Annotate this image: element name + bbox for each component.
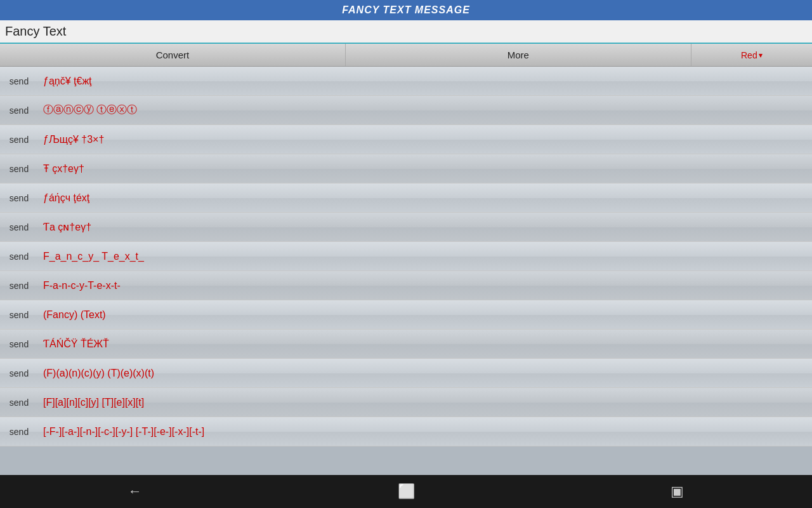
- send-button[interactable]: send: [0, 132, 38, 147]
- app-title: FANCY TEXT MESSAGE: [342, 4, 470, 16]
- table-row: send(Fancy) (Text): [0, 300, 812, 330]
- send-button[interactable]: send: [0, 103, 38, 118]
- result-text: ƒąņč¥ ţ€жţ: [38, 73, 812, 90]
- input-area: [0, 20, 812, 44]
- result-text: [F][a][n][c][y] [T][e][x][t]: [38, 394, 812, 411]
- result-text: Ƭa çɴ†eγ†: [38, 218, 812, 236]
- send-button[interactable]: send: [0, 220, 38, 235]
- title-bar: FANCY TEXT MESSAGE: [0, 0, 812, 20]
- text-input[interactable]: [5, 24, 807, 39]
- recent-button[interactable]: ▣: [658, 478, 697, 505]
- send-button[interactable]: send: [0, 190, 38, 206]
- send-button[interactable]: send: [0, 249, 38, 264]
- result-text: (Fancy) (Text): [38, 307, 812, 323]
- result-text: Ŧ çx†eγ†: [38, 161, 812, 177]
- send-button[interactable]: send: [0, 161, 38, 177]
- table-row: sendƒąņč¥ ţ€жţ: [0, 67, 812, 96]
- more-button[interactable]: More: [346, 44, 691, 66]
- result-text: F_a_n_c_y_ T_e_x_t_: [38, 248, 812, 265]
- send-button[interactable]: send: [0, 395, 38, 410]
- send-button[interactable]: send: [0, 337, 38, 352]
- table-row: sendƬÁŃČŸ ŤÉЖŤ: [0, 330, 812, 359]
- back-button[interactable]: ←: [115, 478, 155, 505]
- result-text: [-F-][-a-][-n-][-c-][-y-] [-T-][-e-][-x-…: [38, 424, 812, 440]
- send-button[interactable]: send: [0, 278, 38, 293]
- toolbar: Convert More Red: [0, 44, 812, 67]
- result-text: ƒáήçч ţéхţ: [38, 190, 812, 206]
- results-list: sendƒąņč¥ ţ€жţsendⓕⓐⓝⓒⓨ ⓣⓔⓧⓣsendƒЉщç¥ †3…: [0, 67, 812, 475]
- send-button[interactable]: send: [0, 307, 38, 323]
- table-row: send(F)(a)(n)(c)(y) (T)(e)(x)(t): [0, 359, 812, 388]
- table-row: sendƒáήçч ţéхţ: [0, 184, 812, 213]
- table-row: sendƬa çɴ†eγ†: [0, 213, 812, 242]
- send-button[interactable]: send: [0, 424, 38, 439]
- send-button[interactable]: send: [0, 366, 38, 381]
- result-text: F-a-n-c-y-T-e-x-t-: [38, 277, 812, 294]
- table-row: send[F][a][n][c][y] [T][e][x][t]: [0, 388, 812, 417]
- table-row: sendƒЉщç¥ †3×†: [0, 125, 812, 154]
- convert-button[interactable]: Convert: [0, 44, 346, 66]
- home-button[interactable]: ⬜: [385, 478, 428, 505]
- send-button[interactable]: send: [0, 74, 38, 89]
- table-row: sendF_a_n_c_y_ T_e_x_t_: [0, 242, 812, 271]
- bottom-nav: ← ⬜ ▣: [0, 475, 812, 508]
- result-text: ƬÁŃČŸ ŤÉЖŤ: [38, 335, 812, 352]
- table-row: send[-F-][-a-][-n-][-c-][-y-] [-T-][-e-]…: [0, 417, 812, 446]
- table-row: sendⓕⓐⓝⓒⓨ ⓣⓔⓧⓣ: [0, 96, 812, 125]
- result-text: ƒЉщç¥ †3×†: [38, 131, 812, 148]
- red-button[interactable]: Red: [691, 44, 812, 66]
- table-row: sendŦ çx†eγ†: [0, 154, 812, 184]
- table-row: sendF-a-n-c-y-T-e-x-t-: [0, 271, 812, 300]
- result-text: (F)(a)(n)(c)(y) (T)(e)(x)(t): [38, 365, 812, 382]
- result-text: ⓕⓐⓝⓒⓨ ⓣⓔⓧⓣ: [38, 101, 812, 119]
